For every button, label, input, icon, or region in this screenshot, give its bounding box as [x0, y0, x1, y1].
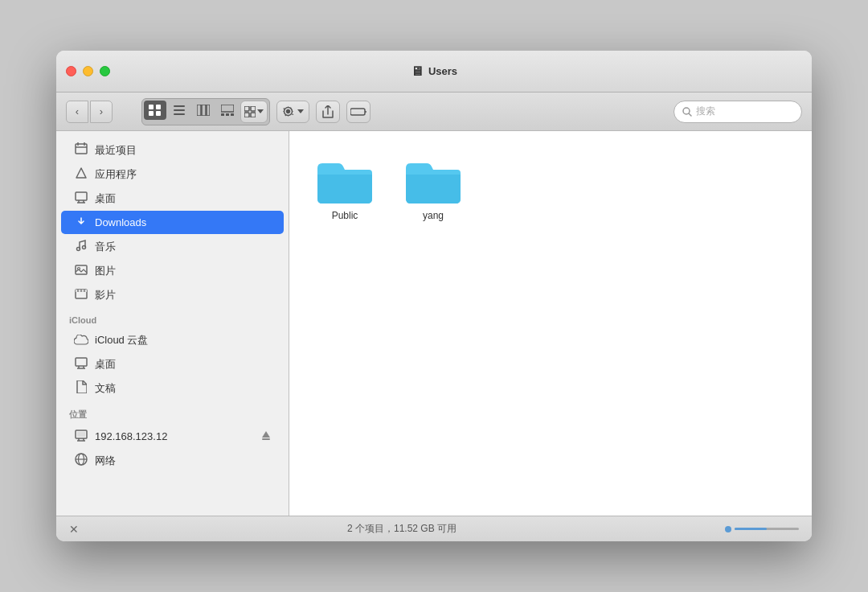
svg-point-34 — [77, 248, 80, 251]
gallery-view-icon — [221, 105, 234, 116]
traffic-lights — [66, 66, 110, 76]
folder-yang-icon — [404, 157, 462, 205]
search-icon — [682, 107, 692, 117]
svg-rect-13 — [231, 113, 234, 116]
gear-dropdown[interactable] — [276, 101, 309, 123]
sidebar-item-icloud-desktop[interactable]: 桌面 — [61, 352, 284, 376]
locations-section-label: 位置 — [56, 401, 289, 424]
icloud-desktop-icon — [74, 356, 88, 372]
recent-icon — [74, 142, 88, 158]
sidebar-item-music[interactable]: 音乐 — [61, 235, 284, 258]
close-button[interactable] — [66, 66, 76, 76]
status-left: ✕ — [69, 523, 79, 536]
svg-rect-29 — [76, 192, 87, 200]
sidebar-item-downloads[interactable]: Downloads — [61, 211, 284, 234]
column-view-icon — [197, 105, 210, 116]
sidebar-item-desktop-label: 桌面 — [95, 191, 116, 206]
svg-rect-43 — [76, 358, 87, 366]
svg-point-35 — [83, 246, 86, 249]
sidebar-item-movies-label: 影片 — [95, 288, 116, 302]
gear-chevron-icon — [297, 109, 304, 113]
sidebar-item-network[interactable]: 网络 — [61, 449, 284, 472]
folder-yang[interactable]: yang — [397, 150, 469, 228]
arrange-dropdown[interactable] — [240, 101, 268, 123]
finder-window: 🖥 Users ‹ › — [56, 51, 812, 541]
svg-rect-2 — [149, 111, 154, 116]
window-title-icon: 🖥 — [411, 64, 424, 79]
status-close-icon[interactable]: ✕ — [69, 523, 79, 536]
zoom-dot — [725, 526, 731, 532]
arrange-chevron-icon — [257, 109, 264, 113]
sidebar-item-recent-label: 最近项目 — [95, 143, 137, 158]
sidebar-item-icloud-drive-label: iCloud 云盘 — [95, 333, 148, 347]
desktop-icon — [74, 191, 88, 206]
folder-public[interactable]: Public — [309, 150, 381, 228]
folder-public-icon — [316, 157, 374, 205]
svg-rect-3 — [156, 111, 161, 116]
zoom-slider[interactable] — [725, 526, 799, 532]
gallery-view-button[interactable] — [216, 101, 239, 120]
forward-button[interactable]: › — [90, 101, 113, 123]
window-title-area: 🖥 Users — [411, 64, 457, 79]
column-view-button[interactable] — [192, 101, 215, 120]
status-right — [725, 526, 799, 532]
svg-rect-12 — [226, 113, 229, 116]
list-view-icon — [174, 105, 185, 116]
sidebar-item-documents[interactable]: 文稿 — [61, 376, 284, 400]
search-placeholder: 搜索 — [696, 105, 715, 118]
svg-rect-25 — [76, 144, 87, 154]
svg-rect-36 — [76, 265, 87, 274]
movies-icon — [74, 287, 88, 302]
status-bar: ✕ 2 个项目，11.52 GB 可用 — [56, 516, 812, 541]
gear-icon — [282, 105, 294, 117]
list-view-button[interactable] — [168, 101, 190, 120]
sidebar-item-movies[interactable]: 影片 — [61, 283, 284, 306]
sidebar-item-icloud-drive[interactable]: iCloud 云盘 — [61, 329, 284, 352]
sidebar-item-pictures[interactable]: 图片 — [61, 259, 284, 282]
tag-button[interactable] — [346, 101, 371, 123]
arrange-icon — [244, 106, 256, 117]
sidebar-item-icloud-desktop-label: 桌面 — [95, 357, 116, 372]
svg-rect-9 — [207, 105, 210, 116]
folder-public-label: Public — [332, 210, 358, 221]
icon-view-button[interactable] — [144, 101, 166, 120]
sidebar: 最近项目 应用程序 桌面 Downloads — [56, 131, 289, 516]
zoom-track[interactable] — [735, 528, 799, 530]
applications-icon — [74, 166, 88, 182]
icloud-drive-icon — [74, 334, 88, 347]
window-title: Users — [428, 65, 457, 77]
svg-rect-11 — [221, 113, 224, 116]
nav-buttons: ‹ › — [66, 101, 113, 123]
sidebar-item-applications[interactable]: 应用程序 — [61, 162, 284, 186]
svg-rect-1 — [156, 105, 161, 109]
network-icon — [74, 453, 88, 468]
sidebar-item-network-label: 网络 — [95, 454, 116, 468]
sidebar-item-desktop[interactable]: 桌面 — [61, 187, 284, 210]
sidebar-item-recent[interactable]: 最近项目 — [61, 138, 284, 162]
music-icon — [74, 239, 88, 254]
status-text: 2 个项目，11.52 GB 可用 — [79, 522, 725, 536]
minimize-button[interactable] — [83, 66, 93, 76]
svg-rect-17 — [251, 113, 256, 117]
pictures-icon — [74, 263, 88, 278]
back-icon: ‹ — [76, 105, 79, 117]
sidebar-item-music-label: 音乐 — [95, 240, 116, 254]
back-button[interactable]: ‹ — [66, 101, 88, 123]
search-box[interactable]: 搜索 — [674, 101, 802, 123]
icon-view-icon — [149, 105, 162, 116]
sidebar-item-applications-label: 应用程序 — [95, 167, 137, 182]
maximize-button[interactable] — [100, 66, 110, 76]
eject-icon[interactable] — [261, 430, 271, 442]
icloud-section-label: iCloud — [56, 307, 289, 328]
svg-rect-52 — [262, 438, 270, 440]
downloads-icon — [74, 215, 88, 230]
svg-rect-15 — [251, 106, 256, 111]
share-button[interactable] — [316, 101, 340, 123]
svg-rect-4 — [174, 105, 185, 107]
svg-rect-10 — [221, 105, 234, 112]
documents-icon — [74, 380, 88, 396]
sidebar-item-network-ip[interactable]: 192.168.123.12 — [61, 425, 284, 448]
svg-rect-7 — [197, 105, 201, 116]
svg-rect-21 — [350, 109, 365, 115]
share-icon — [322, 105, 334, 118]
